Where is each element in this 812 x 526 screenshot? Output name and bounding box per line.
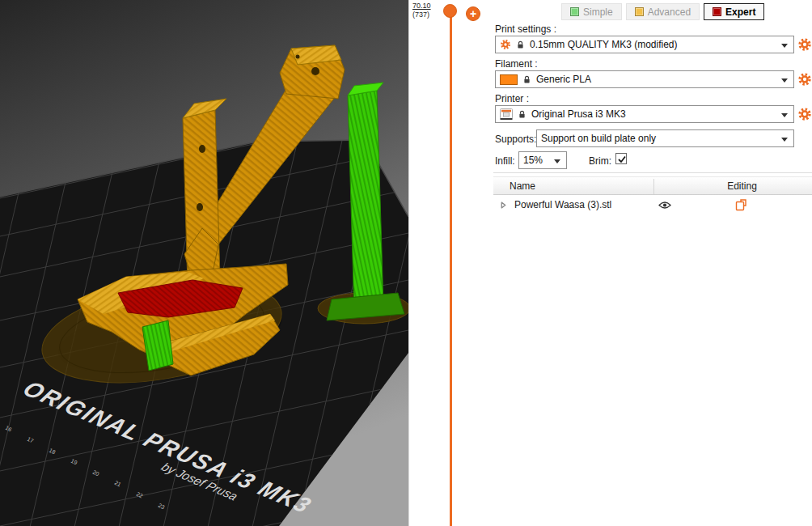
gear-icon [797, 37, 812, 52]
printer-value: Original Prusa i3 MK3 [531, 108, 626, 120]
mode-tab-label: Advanced [648, 6, 691, 18]
printer-label: Printer : [495, 93, 529, 104]
chevron-down-icon [781, 113, 788, 117]
gear-icon [500, 39, 511, 50]
infill-value: 15% [523, 155, 543, 166]
layer-height-value: 70.10 [412, 2, 431, 11]
gear-icon [797, 107, 812, 121]
layer-slider-track[interactable] [450, 11, 452, 526]
settings-panel: Simple Advanced Expert Print settings : … [493, 0, 812, 526]
print-settings-value: 0.15mm QUALITY MK3 (modified) [530, 39, 678, 50]
mode-tab-simple[interactable]: Simple [561, 3, 622, 20]
chevron-down-icon [781, 44, 788, 48]
object-editing-button[interactable] [734, 198, 747, 214]
mode-tab-advanced[interactable]: Advanced [626, 3, 700, 20]
eye-icon [658, 201, 671, 210]
supports-combo[interactable]: Support on build plate only [536, 129, 794, 147]
print-settings-gear-button[interactable] [797, 37, 812, 52]
advanced-mode-icon [635, 7, 644, 16]
print-settings-combo[interactable]: 0.15mm QUALITY MK3 (modified) [495, 36, 794, 53]
printer-icon [500, 108, 513, 121]
check-icon [617, 155, 627, 164]
filament-gear-button[interactable] [797, 72, 812, 87]
edit-copy-icon [734, 198, 747, 211]
visibility-toggle[interactable] [658, 200, 671, 212]
filament-value: Generic PLA [536, 74, 591, 85]
infill-label: Infill: [495, 155, 515, 167]
filament-combo[interactable]: Generic PLA [495, 70, 794, 88]
object-table-header: Name Editing [493, 176, 812, 195]
printer-gear-button[interactable] [797, 107, 812, 121]
filament-label: Filament : [495, 58, 538, 70]
model-arm-head [280, 45, 345, 99]
infill-combo[interactable]: 15% [518, 151, 567, 169]
chevron-down-icon [554, 159, 560, 163]
expert-mode-icon [713, 7, 721, 16]
lock-icon [516, 40, 525, 49]
chevron-down-icon [781, 138, 788, 142]
column-header-name: Name [510, 180, 535, 192]
chevron-right-icon[interactable] [500, 201, 507, 209]
brim-label: Brim: [589, 155, 611, 167]
print-settings-label: Print settings : [495, 23, 556, 35]
prusaslicer-window: ORIGINAL PRUSA i3 MK3 by Josef Prusa 16 … [0, 0, 812, 526]
layer-slider: 70.10 (737) + [408, 0, 493, 526]
lock-icon [522, 75, 531, 84]
gear-icon [797, 72, 812, 87]
supports-value: Support on build plate only [541, 133, 656, 144]
printer-combo[interactable]: Original Prusa i3 MK3 [495, 105, 794, 123]
bed-scene[interactable]: ORIGINAL PRUSA i3 MK3 by Josef Prusa 16 … [0, 0, 408, 526]
object-name: Powerful Waasa (3).stl [514, 199, 611, 210]
supports-label: Supports: [495, 134, 536, 145]
table-row[interactable]: Powerful Waasa (3).stl [493, 195, 812, 215]
column-divider [653, 179, 654, 194]
panel-separator [493, 172, 812, 173]
filament-color-swatch [500, 74, 518, 85]
chevron-down-icon [781, 78, 788, 83]
mode-tabs: Simple Advanced Expert [561, 3, 764, 20]
mode-tab-expert[interactable]: Expert [704, 3, 764, 20]
layer-readout: 70.10 (737) [412, 2, 431, 19]
mode-tab-label: Simple [583, 6, 613, 18]
3d-viewport[interactable]: ORIGINAL PRUSA i3 MK3 by Josef Prusa 16 … [0, 0, 408, 526]
mode-tab-label: Expert [725, 6, 755, 18]
layer-slider-handle[interactable] [443, 4, 457, 18]
simple-mode-icon [570, 7, 579, 16]
column-header-editing: Editing [691, 180, 793, 192]
add-layer-marker-button[interactable]: + [466, 6, 480, 21]
layer-index-value: (737) [412, 11, 431, 19]
brim-checkbox[interactable] [615, 153, 627, 164]
lock-icon [518, 110, 527, 119]
